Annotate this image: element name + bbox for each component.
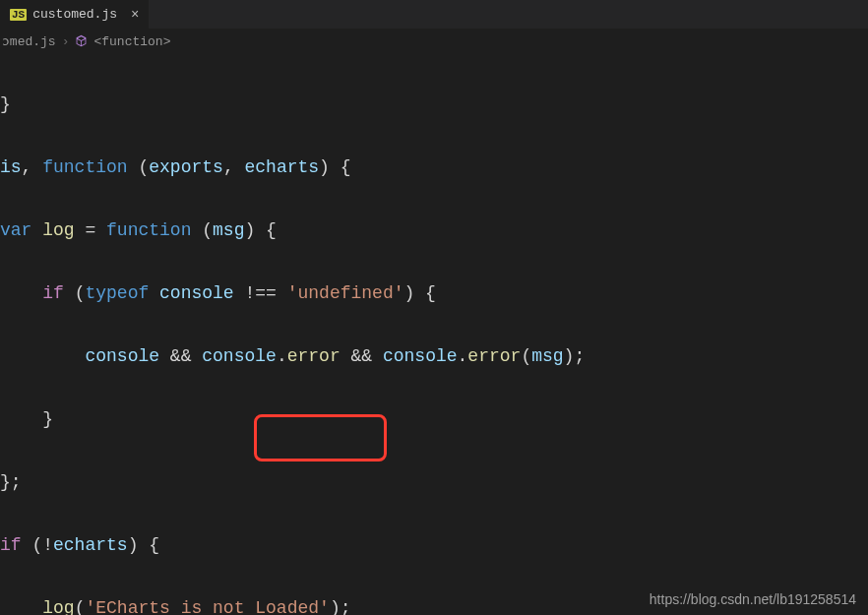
code-line: if (!echarts) { — [0, 529, 868, 561]
code-editor[interactable]: } is, function (exports, echarts) { var … — [0, 53, 868, 615]
tab-filename: customed.js — [32, 7, 117, 22]
code-line: } — [0, 89, 868, 120]
tab-bar: JS customed.js × — [0, 0, 868, 30]
code-line: console && console.error && console.erro… — [0, 340, 868, 372]
breadcrumb-symbol[interactable]: <function> — [93, 34, 170, 49]
breadcrumb[interactable]: ɔmed.js › <function> — [0, 30, 868, 53]
breadcrumb-file[interactable]: ɔmed.js — [2, 33, 56, 49]
js-file-icon: JS — [10, 9, 27, 21]
code-line: } — [0, 403, 868, 435]
code-line: if (typeof console !== 'undefined') { — [0, 277, 868, 309]
symbol-icon — [75, 34, 88, 49]
watermark-text: https://blog.csdn.net/lb191258514 — [650, 591, 856, 607]
chevron-right-icon: › — [62, 34, 70, 49]
editor-tab[interactable]: JS customed.js × — [0, 0, 149, 30]
code-line: }; — [0, 466, 868, 498]
close-icon[interactable]: × — [131, 7, 139, 23]
code-line: var log = function (msg) { — [0, 215, 868, 246]
code-line: is, function (exports, echarts) { — [0, 152, 868, 183]
